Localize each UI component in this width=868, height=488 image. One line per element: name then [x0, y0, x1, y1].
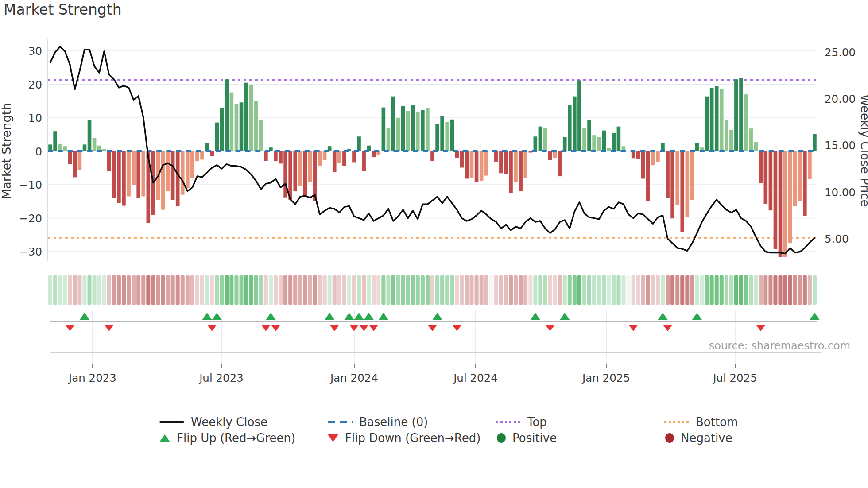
- heatmap-tile: [367, 275, 371, 305]
- heatmap-tile: [582, 275, 586, 305]
- heatmap-tile: [132, 275, 136, 305]
- heatmap-tile: [440, 275, 444, 305]
- flip-down-marker: [452, 325, 462, 331]
- heatmap-tile: [793, 275, 797, 305]
- strength-bar: [337, 151, 341, 163]
- heatmap-tile: [661, 275, 665, 305]
- heatmap-tile: [494, 275, 498, 305]
- strength-bar: [303, 151, 307, 197]
- heatmap-tile: [421, 275, 425, 305]
- left-axis-tick-label: 10: [28, 112, 42, 124]
- strength-bar: [519, 151, 523, 191]
- heatmap-tile: [186, 275, 190, 305]
- heatmap-tile: [749, 275, 753, 305]
- heatmap-tile: [141, 275, 145, 305]
- heatmap-tile: [411, 275, 415, 305]
- flip-up-marker: [379, 313, 388, 320]
- heatmap-tile: [112, 275, 116, 305]
- heatmap-tile: [205, 275, 209, 305]
- strength-bar: [166, 151, 170, 192]
- flip-down-marker: [428, 325, 438, 331]
- heatmap-tile: [328, 275, 332, 305]
- heatmap-tile: [803, 275, 807, 305]
- heatmap-tile: [195, 275, 199, 305]
- heatmap-tile: [283, 275, 287, 305]
- heatmap-tile: [97, 275, 101, 305]
- strength-bar: [127, 151, 131, 197]
- heatmap-tile: [484, 275, 488, 305]
- strength-bar: [387, 128, 391, 151]
- heatmap-tile: [754, 275, 758, 305]
- heatmap-tile: [768, 275, 772, 305]
- strength-bar: [803, 151, 807, 216]
- strength-bar: [136, 151, 140, 198]
- strength-bar: [539, 127, 542, 151]
- heatmap-tile: [734, 275, 738, 305]
- heatmap-tile: [558, 275, 562, 305]
- flip-down-triangle-icon: [328, 434, 338, 442]
- heatmap-tile: [401, 275, 405, 305]
- heatmap-tile: [313, 275, 317, 305]
- legend-label-flip-down: Flip Down (Green→Red): [345, 431, 480, 445]
- heatmap-tile: [68, 275, 72, 305]
- heatmap-tile: [406, 275, 410, 305]
- heatmap-tile: [357, 275, 361, 305]
- strength-bar: [264, 151, 268, 161]
- heatmap-tile: [445, 275, 449, 305]
- right-axis-title: Weekly Close Price: [858, 94, 868, 207]
- heatmap-tile: [744, 275, 748, 305]
- heatmap-tile: [763, 275, 767, 305]
- strength-bar: [675, 151, 679, 205]
- strength-bar: [435, 124, 439, 151]
- right-axis-tick-label: 25.00: [825, 46, 856, 59]
- strength-bar: [318, 151, 322, 166]
- strength-bar: [690, 151, 694, 200]
- strength-bar: [176, 151, 180, 207]
- flip-up-triangle-icon: [159, 434, 170, 442]
- heatmap-tile: [470, 275, 474, 305]
- heatmap-tile: [82, 275, 86, 305]
- heatmap-tile: [58, 275, 62, 305]
- heatmap-tile: [597, 275, 601, 305]
- strength-bar: [484, 151, 488, 176]
- heatmap-tile: [323, 275, 327, 305]
- heatmap-tile: [396, 275, 400, 305]
- heatmap-tile: [710, 275, 714, 305]
- flip-down-marker: [545, 325, 555, 331]
- heatmap-tile: [592, 275, 596, 305]
- top-dotted-swatch: [496, 421, 521, 423]
- flip-down-marker: [207, 325, 217, 331]
- heatmap-tile: [220, 275, 224, 305]
- strength-bar: [181, 151, 185, 195]
- heatmap-tile: [166, 275, 170, 305]
- heatmap-tile: [695, 275, 699, 305]
- strength-bar: [357, 136, 361, 151]
- strength-bar: [430, 151, 434, 161]
- x-axis-tick-label: Jan 2024: [329, 372, 378, 384]
- strength-bar: [759, 151, 763, 183]
- flip-up-marker: [80, 313, 89, 320]
- flip-up-marker: [531, 313, 540, 320]
- heatmap-tile: [381, 275, 385, 305]
- strength-bar: [715, 86, 719, 151]
- heatmap-tile: [48, 275, 52, 305]
- heatmap-tile: [136, 275, 140, 305]
- strength-bar: [362, 151, 366, 171]
- strength-bar: [416, 112, 420, 151]
- flip-up-marker: [202, 313, 212, 320]
- strength-bar: [240, 102, 244, 151]
- heatmap-tile: [460, 275, 464, 305]
- heatmap-tile: [602, 275, 606, 305]
- strength-bar: [695, 143, 699, 151]
- heatmap-tile: [117, 275, 121, 305]
- heatmap-tile: [607, 275, 611, 305]
- flip-up-marker: [364, 313, 374, 320]
- strength-bar: [73, 151, 77, 178]
- heatmap-tile: [656, 275, 660, 305]
- legend-label-weekly-close: Weekly Close: [191, 415, 267, 429]
- heatmap-tile: [210, 275, 214, 305]
- heatmap-tile: [288, 275, 292, 305]
- strength-bar: [93, 138, 97, 151]
- heatmap-tile: [553, 275, 557, 305]
- heatmap-tile: [729, 275, 733, 305]
